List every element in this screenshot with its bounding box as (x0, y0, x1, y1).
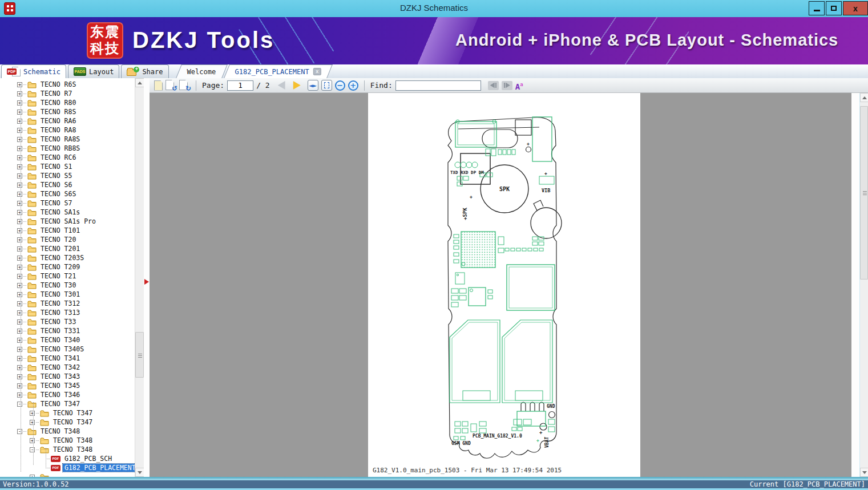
fit-page-button[interactable] (321, 80, 332, 91)
tree-connector (23, 349, 26, 350)
previous-page-button[interactable] (278, 81, 285, 90)
rotate-left-button[interactable]: ↺ (165, 80, 176, 91)
expand-toggle[interactable]: - (17, 402, 22, 407)
expand-toggle[interactable]: + (17, 319, 22, 325)
pcb-plus-mark: + (470, 195, 473, 200)
tree-item-label: TECNO T348 (39, 427, 82, 435)
expand-toggle[interactable]: + (17, 265, 22, 270)
pdf-page[interactable]: TXD RXD DP DM SPK +SPK VIB GND PCB_MAIN_… (368, 93, 640, 477)
expand-toggle[interactable]: + (17, 128, 22, 133)
tree-connector (23, 176, 26, 176)
expand-toggle[interactable]: + (17, 210, 22, 215)
rotate-right-button[interactable]: ↻ (179, 80, 190, 91)
scrollbar-thumb[interactable] (135, 332, 144, 378)
folder-icon (40, 446, 49, 453)
expand-toggle[interactable]: + (17, 192, 22, 197)
pdf-toolbar: ↺ ↻ Page: / 2 ◄► − + Find: (150, 78, 868, 93)
expand-toggle[interactable]: + (17, 347, 22, 352)
close-button[interactable]: x (843, 1, 868, 15)
expand-toggle[interactable]: + (17, 119, 22, 124)
tab-layout[interactable]: PADS Layout (68, 64, 119, 78)
page-number-input[interactable] (227, 80, 253, 91)
expand-toggle[interactable]: + (17, 274, 22, 279)
expand-toggle[interactable]: + (30, 420, 35, 425)
expand-toggle[interactable]: + (17, 164, 22, 169)
expand-toggle[interactable]: + (30, 411, 35, 416)
zoom-out-button[interactable]: − (335, 80, 345, 91)
pdf-viewer-canvas[interactable]: TXD RXD DP DM SPK +SPK VIB GND PCB_MAIN_… (150, 93, 851, 477)
text-size-button[interactable]: Aa (515, 80, 523, 91)
find-previous-button[interactable] (488, 81, 499, 90)
expand-toggle[interactable]: + (17, 392, 22, 398)
collapse-panel-icon[interactable] (144, 279, 149, 285)
sidebar-scrollbar[interactable] (135, 78, 144, 477)
doc-tab-g182-pcb-placement[interactable]: G182_PCB_PLACEMENT x (224, 64, 333, 78)
rotate-left-icon: ↺ (172, 84, 177, 92)
expand-toggle[interactable]: + (17, 374, 22, 379)
expand-toggle[interactable]: + (17, 329, 22, 334)
expand-toggle[interactable]: + (17, 338, 22, 343)
expand-toggle[interactable]: + (17, 183, 22, 188)
pcb-plus-mark: + (539, 430, 543, 435)
tree-item-label: TECNO T30 (39, 281, 78, 289)
tree-connector (23, 340, 26, 341)
tab-share[interactable]: + Share (121, 64, 168, 78)
expand-toggle[interactable]: + (17, 228, 22, 233)
expand-toggle[interactable]: + (17, 82, 22, 87)
expand-toggle[interactable]: + (17, 219, 22, 224)
scroll-down-button[interactable] (860, 468, 868, 477)
scroll-up-button[interactable] (860, 93, 868, 102)
expand-toggle[interactable]: + (17, 283, 22, 288)
viewer-scrollbar[interactable] (859, 93, 868, 477)
find-next-button[interactable] (502, 81, 512, 90)
expand-toggle[interactable]: + (17, 91, 22, 96)
expand-toggle[interactable]: + (17, 137, 22, 142)
fit-width-button[interactable]: ◄► (308, 80, 318, 91)
folder-icon (27, 245, 37, 253)
expand-toggle[interactable]: + (17, 173, 22, 179)
expand-toggle[interactable]: + (17, 146, 22, 151)
expand-toggle[interactable]: + (17, 310, 22, 315)
expand-toggle[interactable]: + (17, 237, 22, 242)
tree-connector (23, 431, 26, 432)
expand-toggle[interactable]: + (17, 365, 22, 370)
expand-toggle[interactable]: + (17, 256, 22, 261)
doc-tab-welcome[interactable]: Welcome (176, 64, 227, 78)
thumb-grip-icon (138, 354, 142, 354)
scroll-down-button[interactable] (135, 468, 144, 477)
panel-splitter[interactable] (144, 78, 150, 477)
folder-icon (27, 90, 37, 98)
tree-connector (23, 212, 26, 213)
expand-toggle[interactable]: + (30, 438, 35, 443)
expand-toggle[interactable]: + (30, 475, 35, 477)
minimize-button[interactable] (809, 1, 825, 15)
brand-banner: 东震 科技 DZKJ Tools Android + iPhone & PCB … (0, 17, 868, 64)
copy-page-icon[interactable] (154, 80, 163, 91)
expand-toggle[interactable]: - (30, 447, 35, 452)
expand-toggle[interactable]: - (17, 429, 22, 434)
pcb-label-txd: TXD RXD DP DM (450, 170, 484, 175)
expand-toggle[interactable]: + (17, 383, 22, 388)
close-tab-icon[interactable]: x (313, 68, 321, 75)
find-input[interactable] (395, 80, 481, 91)
expand-toggle[interactable]: + (17, 301, 22, 306)
folder-icon (27, 236, 37, 244)
expand-toggle[interactable]: + (17, 356, 22, 361)
tab-schematic[interactable]: PDF Schematic (1, 64, 66, 78)
tree-item-folder[interactable]: + (0, 472, 135, 477)
scroll-up-button[interactable] (135, 78, 144, 87)
tree-item-label: TECNO R6S (39, 80, 78, 88)
expand-toggle[interactable]: + (17, 110, 22, 115)
expand-toggle[interactable]: + (17, 201, 22, 206)
folder-icon (27, 200, 37, 207)
tree-item-label: TECNO T301 (39, 290, 82, 298)
expand-toggle[interactable]: + (17, 100, 22, 106)
scrollbar-thumb[interactable] (860, 106, 868, 280)
maximize-button[interactable] (826, 1, 842, 15)
next-page-button[interactable] (293, 81, 301, 90)
expand-toggle[interactable]: + (17, 246, 22, 252)
expand-toggle[interactable]: + (17, 155, 22, 160)
zoom-in-button[interactable]: + (348, 80, 358, 91)
expand-toggle[interactable]: + (17, 292, 22, 297)
page-label: Page: (202, 81, 224, 90)
